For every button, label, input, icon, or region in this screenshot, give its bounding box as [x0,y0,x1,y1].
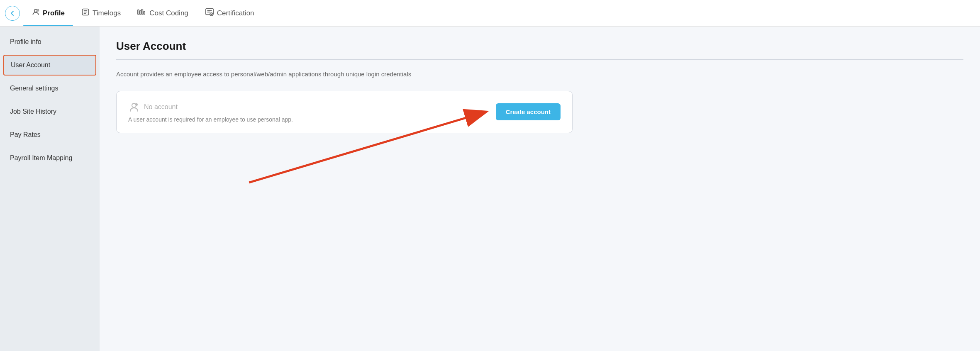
account-card: No account A user account is required fo… [116,91,573,133]
no-account-label: No account [144,103,178,111]
svg-point-10 [135,103,138,106]
page-title: User Account [116,40,963,53]
tab-certification[interactable]: Certification [197,0,263,26]
sidebar-item-job-site-history[interactable]: Job Site History [0,100,100,123]
tab-timelogs-label: Timelogs [93,9,121,17]
no-account-user-icon [128,101,140,113]
content-area: User Account Account provides an employe… [100,27,980,351]
cost-coding-tab-icon [137,8,146,18]
svg-rect-6 [144,11,145,14]
account-helper-text: A user account is required for an employ… [128,116,293,123]
create-account-button[interactable]: Create account [496,103,561,120]
nav-tabs: Profile Timelogs Cost Coding [23,0,263,26]
divider [116,59,963,60]
tab-cost-coding-label: Cost Coding [149,9,188,17]
description-text: Account provides an employee access to p… [116,70,963,79]
tab-cost-coding[interactable]: Cost Coding [129,0,197,26]
account-left-section: No account A user account is required fo… [128,101,293,123]
sidebar-item-general-settings[interactable]: General settings [0,77,100,100]
timelogs-tab-icon [81,8,90,18]
svg-rect-3 [138,10,139,15]
back-button[interactable] [5,6,20,21]
no-account-row: No account [128,101,293,113]
tab-profile-label: Profile [43,9,65,17]
top-nav: Profile Timelogs Cost Coding [0,0,980,27]
sidebar-item-payroll-item-mapping[interactable]: Payroll Item Mapping [0,147,100,169]
main-layout: Profile info User Account General settin… [0,27,980,351]
sidebar-item-user-account[interactable]: User Account [3,55,96,76]
svg-rect-4 [140,11,141,15]
tab-profile[interactable]: Profile [23,0,73,26]
svg-rect-5 [141,9,143,15]
sidebar: Profile info User Account General settin… [0,27,100,351]
annotation-arrow [117,83,572,199]
certification-tab-icon [205,8,214,18]
tab-certification-label: Certification [217,9,254,17]
profile-tab-icon [32,8,40,18]
tab-timelogs[interactable]: Timelogs [73,0,129,26]
sidebar-item-profile-info[interactable]: Profile info [0,31,100,53]
sidebar-item-pay-rates[interactable]: Pay Rates [0,124,100,146]
